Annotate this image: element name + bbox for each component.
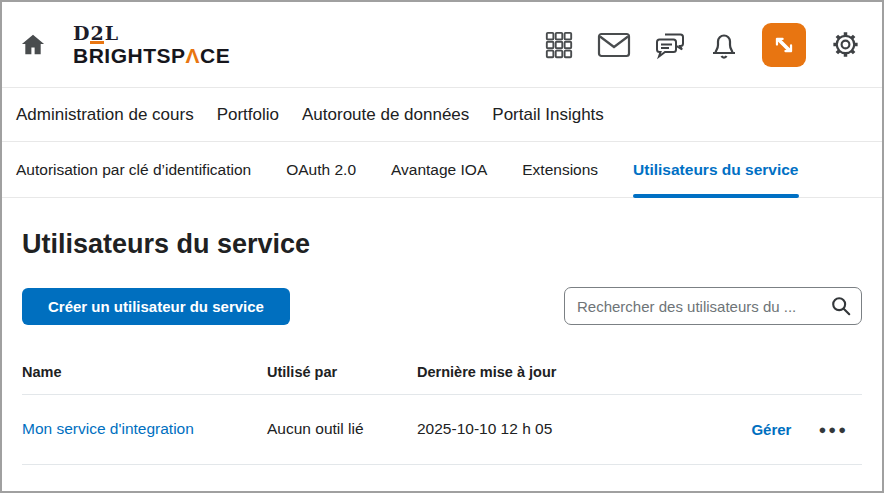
mail-icon[interactable] bbox=[597, 32, 631, 58]
home-icon[interactable] bbox=[20, 32, 46, 58]
settings-gear-icon[interactable] bbox=[829, 28, 862, 61]
last-updated-value: 2025-10-10 12 h 05 bbox=[417, 420, 712, 438]
notifications-bell-icon[interactable] bbox=[709, 29, 739, 61]
table-row: Mon service d'integration Aucun outil li… bbox=[22, 395, 862, 465]
header-name: Name bbox=[22, 364, 267, 380]
d2l-wordmark: D2L bbox=[73, 24, 119, 43]
nav-portfolio[interactable]: Portfolio bbox=[217, 105, 279, 125]
data-sync-icon[interactable] bbox=[762, 23, 806, 67]
manage-link[interactable]: Gérer bbox=[751, 421, 791, 438]
chat-icon[interactable] bbox=[654, 30, 686, 60]
more-options-icon[interactable]: ●●● bbox=[818, 422, 848, 437]
search-icon[interactable] bbox=[826, 295, 852, 317]
tab-extensions[interactable]: Extensions bbox=[522, 142, 598, 197]
header-last-updated: Dernière mise à jour bbox=[417, 364, 712, 380]
service-users-table: Name Utilisé par Dernière mise à jour Mo… bbox=[22, 354, 862, 465]
app-window: D2L BRIGHTSPΛCE bbox=[0, 0, 884, 493]
nav-portail-insights[interactable]: Portail Insights bbox=[492, 105, 604, 125]
used-by-value: Aucun outil lié bbox=[267, 420, 417, 438]
tab-avantage-ioa[interactable]: Avantage IOA bbox=[391, 142, 487, 197]
brightspace-logo: D2L BRIGHTSPΛCE bbox=[73, 24, 230, 66]
admin-navbar: Administration de cours Portfolio Autoro… bbox=[2, 88, 882, 142]
tab-bar: Autorisation par clé d’identification OA… bbox=[2, 142, 882, 198]
nav-autoroute-de-donnees[interactable]: Autoroute de données bbox=[302, 105, 469, 125]
top-bar-icons bbox=[544, 23, 862, 67]
service-user-name-link[interactable]: Mon service d'integration bbox=[22, 420, 194, 437]
search-input[interactable] bbox=[577, 298, 826, 315]
tab-oauth-2-0[interactable]: OAuth 2.0 bbox=[286, 142, 356, 197]
tab-autorisation-cle-identification[interactable]: Autorisation par clé d’identification bbox=[16, 142, 251, 197]
top-bar: D2L BRIGHTSPΛCE bbox=[2, 2, 882, 88]
search-box bbox=[564, 287, 862, 325]
nav-administration-de-cours[interactable]: Administration de cours bbox=[16, 105, 194, 125]
create-service-user-button[interactable]: Créer un utilisateur du service bbox=[22, 288, 290, 325]
header-used-by: Utilisé par bbox=[267, 364, 417, 380]
page-title: Utilisateurs du service bbox=[22, 229, 862, 260]
table-header-row: Name Utilisé par Dernière mise à jour bbox=[22, 354, 862, 395]
main-content: Utilisateurs du service Créer un utilisa… bbox=[2, 229, 882, 465]
tab-utilisateurs-du-service[interactable]: Utilisateurs du service bbox=[633, 142, 798, 197]
toolbar: Créer un utilisateur du service bbox=[22, 287, 862, 325]
brightspace-wordmark: BRIGHTSPΛCE bbox=[73, 45, 230, 66]
apps-grid-icon[interactable] bbox=[544, 30, 574, 60]
